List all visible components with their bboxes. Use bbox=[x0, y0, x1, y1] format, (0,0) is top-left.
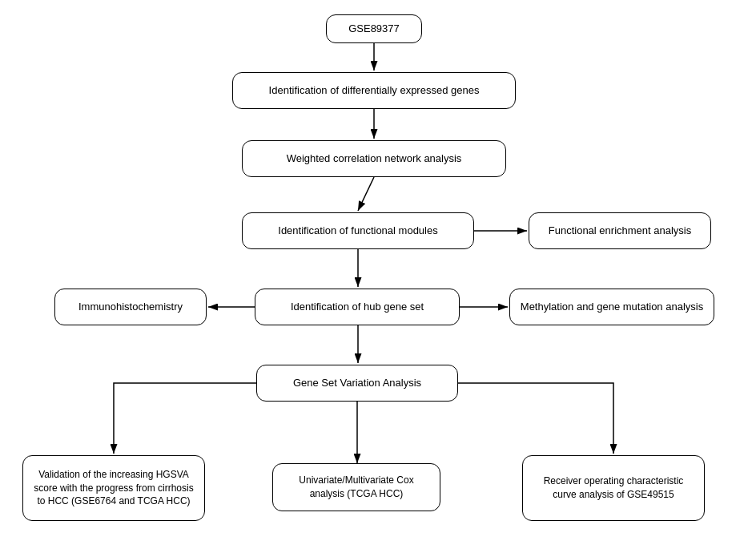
box-gse: GSE89377 bbox=[326, 14, 422, 43]
box-enrichment: Functional enrichment analysis bbox=[529, 212, 711, 249]
box-cox: Univariate/Multivariate Cox analysis (TC… bbox=[272, 463, 440, 511]
box-deg: Identification of differentially express… bbox=[232, 72, 516, 109]
box-methylation: Methylation and gene mutation analysis bbox=[509, 289, 714, 325]
flowchart: GSE89377 Identification of differentiall… bbox=[0, 0, 756, 557]
box-validation: Validation of the increasing HGSVA score… bbox=[22, 455, 205, 521]
box-roc: Receiver operating characteristic curve … bbox=[522, 455, 705, 521]
box-immuno: Immunohistochemistry bbox=[54, 289, 207, 325]
svg-line-2 bbox=[358, 177, 374, 211]
box-modules: Identification of functional modules bbox=[242, 212, 474, 249]
box-hubgene: Identification of hub gene set bbox=[255, 289, 460, 325]
box-gsva: Gene Set Variation Analysis bbox=[256, 365, 458, 402]
box-wcna: Weighted correlation network analysis bbox=[242, 140, 506, 177]
